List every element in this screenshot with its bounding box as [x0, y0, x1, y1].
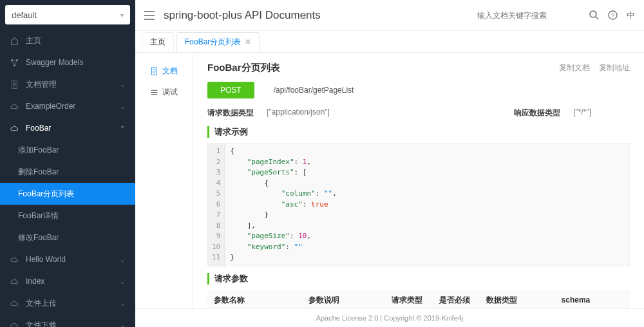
- tab-1[interactable]: FooBar分页列表✕: [176, 32, 260, 51]
- params-table: 参数名称 参数说明 请求类型 是否必须 数据类型 schema -fooBarP…: [207, 290, 630, 309]
- sidebar-item-label: FooBar: [26, 124, 120, 133]
- search-input[interactable]: [477, 11, 580, 20]
- app-title: spring-boot-plus API Documents: [164, 9, 468, 22]
- sidebar-item-label: FooBar详情: [18, 210, 125, 221]
- sidebar-item-12[interactable]: 文件上传⌄: [0, 292, 135, 314]
- chevron-down-icon: ⌄: [120, 300, 125, 307]
- col-name: 参数名称: [207, 290, 302, 309]
- inner-tab-0[interactable]: 文档: [135, 61, 193, 82]
- lang-toggle[interactable]: 中: [627, 10, 635, 21]
- sidebar-item-3[interactable]: ExampleOrder⌄: [0, 95, 135, 117]
- sidebar: default ▾ 主页Swagger Models文档管理⌄ExampleOr…: [0, 0, 135, 327]
- tab-0[interactable]: 主页: [142, 32, 174, 51]
- sidebar-item-label: 删除FooBar: [18, 167, 125, 178]
- help-icon[interactable]: ?: [608, 10, 618, 20]
- menu-toggle-icon[interactable]: [144, 11, 155, 20]
- http-method-badge: POST: [207, 82, 254, 98]
- svg-point-4: [590, 11, 596, 17]
- sidebar-item-5[interactable]: 添加FooBar: [0, 139, 135, 161]
- sidebar-item-6[interactable]: 删除FooBar: [0, 161, 135, 183]
- search-icon[interactable]: [589, 10, 599, 20]
- project-selector[interactable]: default ▾: [5, 5, 130, 24]
- sidebar-item-9[interactable]: 修改FooBar: [0, 227, 135, 248]
- sidebar-item-label: Swagger Models: [26, 58, 125, 67]
- sidebar-item-4[interactable]: FooBar⌃: [0, 117, 135, 139]
- doc-icon: [150, 67, 158, 75]
- cloud-icon: [10, 277, 21, 286]
- req-type-label: 请求数据类型: [207, 107, 254, 118]
- content: FooBar分页列表 复制文档 复制地址 POST /api/fooBar/ge…: [193, 53, 644, 308]
- page-title: FooBar分页列表: [207, 62, 550, 74]
- inner-sidebar: 文档调试: [135, 53, 193, 308]
- doc-icon: [10, 80, 21, 89]
- inner-tab-label: 文档: [162, 66, 178, 77]
- sidebar-item-1[interactable]: Swagger Models: [0, 51, 135, 73]
- chevron-down-icon: ⌄: [120, 278, 125, 285]
- col-schema: schema: [555, 290, 630, 309]
- close-icon[interactable]: ✕: [245, 37, 251, 46]
- tab-label: FooBar分页列表: [185, 37, 241, 48]
- cloud-icon: [10, 321, 21, 328]
- cloud-icon: [10, 256, 21, 264]
- sidebar-item-10[interactable]: Hello World⌄: [0, 248, 135, 270]
- topbar: spring-boot-plus API Documents ? 中: [135, 0, 644, 31]
- api-path: /api/fooBar/getPageList: [274, 86, 354, 95]
- req-type-value: ["application/json"]: [267, 107, 330, 118]
- sidebar-item-2[interactable]: 文档管理⌄: [0, 73, 135, 95]
- main: spring-boot-plus API Documents ? 中 主页Foo…: [135, 0, 644, 327]
- chevron-down-icon: ⌄: [120, 322, 125, 328]
- params-section-title: 请求参数: [207, 273, 630, 285]
- sidebar-item-label: Index: [26, 277, 120, 286]
- footer: Apache License 2.0 | Copyright © 2019-Kn…: [135, 308, 644, 327]
- sidebar-item-label: ExampleOrder: [26, 102, 120, 111]
- sidebar-item-13[interactable]: 文件下载⌄: [0, 314, 135, 327]
- models-icon: [10, 59, 21, 67]
- request-example-code: 1234567891011 { "pageIndex": 1, "pageSor…: [207, 143, 630, 266]
- chevron-down-icon: ▾: [120, 12, 124, 19]
- sidebar-item-11[interactable]: Index⌄: [0, 270, 135, 292]
- chevron-down-icon: ⌄: [120, 256, 125, 263]
- tabs: 主页FooBar分页列表✕: [135, 31, 644, 53]
- col-reqtype: 请求类型: [385, 290, 433, 309]
- resp-type-value: ["*/*"]: [573, 107, 591, 118]
- sidebar-item-7[interactable]: FooBar分页列表: [0, 183, 135, 205]
- chevron-down-icon: ⌄: [120, 81, 125, 88]
- bars-icon: [150, 88, 158, 97]
- sidebar-item-0[interactable]: 主页: [0, 30, 135, 51]
- cloud-icon: [10, 102, 21, 111]
- chevron-down-icon: ⌄: [120, 103, 125, 110]
- example-section-title: 请求示例: [207, 126, 630, 138]
- sidebar-item-label: 文件下载: [26, 320, 120, 328]
- sidebar-item-label: 主页: [26, 35, 125, 46]
- sidebar-item-label: 修改FooBar: [18, 232, 125, 243]
- sidebar-item-label: 文件上传: [26, 298, 120, 309]
- col-datatype: 数据类型: [480, 290, 554, 309]
- inner-tab-1[interactable]: 调试: [135, 82, 193, 103]
- chevron-up-icon: ⌃: [120, 125, 125, 132]
- home-icon: [10, 37, 21, 45]
- project-selector-value: default: [12, 10, 37, 20]
- sidebar-item-label: Hello World: [26, 255, 120, 264]
- sidebar-item-label: 文档管理: [26, 79, 120, 90]
- sidebar-item-label: FooBar分页列表: [18, 189, 125, 200]
- col-required: 是否必须: [433, 290, 480, 309]
- svg-text:?: ?: [611, 12, 614, 19]
- sidebar-item-label: 添加FooBar: [18, 145, 125, 156]
- sidebar-item-8[interactable]: FooBar详情: [0, 205, 135, 227]
- cloud-icon: [10, 124, 21, 133]
- sidebar-nav: 主页Swagger Models文档管理⌄ExampleOrder⌄FooBar…: [0, 30, 135, 327]
- copy-doc-button[interactable]: 复制文档: [559, 62, 590, 73]
- copy-url-button[interactable]: 复制地址: [599, 62, 630, 73]
- cloud-icon: [10, 299, 21, 308]
- inner-tab-label: 调试: [162, 87, 178, 98]
- resp-type-label: 响应数据类型: [514, 107, 560, 118]
- col-desc: 参数说明: [302, 290, 385, 309]
- tab-label: 主页: [150, 37, 166, 48]
